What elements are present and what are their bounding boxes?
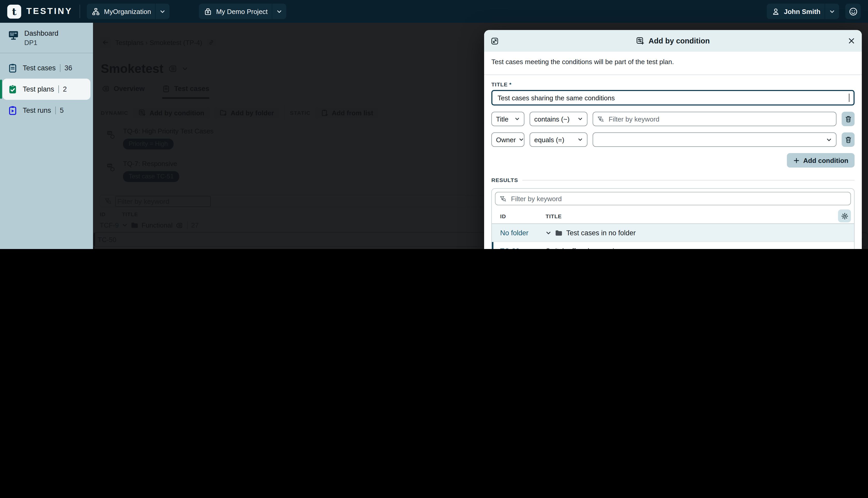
- chevron-down-icon[interactable]: [272, 4, 286, 19]
- results-row[interactable]: No folder Test cases in no folder: [492, 224, 854, 242]
- testiny-logo-icon[interactable]: t: [7, 4, 21, 18]
- plus-icon: [793, 157, 800, 164]
- divider: [484, 75, 862, 75]
- smiley-icon: [849, 7, 857, 16]
- modal-header: Add by condition: [484, 30, 862, 52]
- results-label: RESULTS: [491, 177, 518, 183]
- sidebar: Dashboard DP1 Test cases 36 Test plans 2…: [0, 23, 93, 249]
- add-by-condition-modal: Add by condition Test cases meeting the …: [484, 30, 862, 249]
- sidebar-divider: [0, 53, 93, 53]
- chevron-down-icon: [578, 116, 583, 121]
- folder-icon: [555, 229, 562, 237]
- gear-icon: [841, 212, 848, 220]
- results-row[interactable]: TC-80 Switch off and on again: [492, 242, 854, 249]
- chevron-down-icon: [515, 116, 520, 121]
- trash-icon: [844, 115, 852, 122]
- expand-icon[interactable]: [491, 37, 499, 45]
- add-condition-button[interactable]: Add condition: [787, 153, 855, 168]
- sidebar-item-label: Test runs: [23, 106, 51, 114]
- logo-letter: t: [12, 6, 16, 17]
- chevron-down-icon[interactable]: [825, 4, 839, 19]
- chevron-down-icon: [578, 137, 583, 142]
- sidebar-item-dashboard[interactable]: Dashboard DP1: [0, 23, 93, 52]
- dashboard-label: Dashboard: [24, 29, 58, 37]
- filter-icon: [597, 116, 604, 122]
- sidebar-item-test-runs[interactable]: Test runs 5: [0, 100, 93, 121]
- chevron-down-icon[interactable]: [546, 230, 551, 236]
- dashboard-code: DP1: [24, 39, 58, 47]
- results-filter-input[interactable]: [495, 192, 851, 205]
- text-caret: [849, 94, 850, 102]
- sidebar-item-count: 5: [55, 106, 64, 114]
- condition-value-select[interactable]: [593, 132, 837, 147]
- sidebar-item-label: Test cases: [23, 64, 56, 72]
- modal-title: Add by condition: [484, 37, 862, 45]
- app: t TESTINY MyOrganization My Demo Project…: [0, 0, 868, 249]
- condition-operator-select[interactable]: contains (~): [530, 112, 587, 126]
- modal-intro-text: Test cases meeting the conditions will b…: [491, 58, 855, 66]
- sidebar-item-test-cases[interactable]: Test cases 36: [0, 57, 93, 79]
- user-menu[interactable]: John Smith: [767, 4, 839, 19]
- condition-icon: [636, 37, 645, 45]
- results-panel: ID TITLE No folder Test cases in no fold…: [491, 188, 855, 249]
- sidebar-item-test-plans[interactable]: Test plans 2: [3, 79, 91, 100]
- top-bar: t TESTINY MyOrganization My Demo Project…: [0, 0, 868, 23]
- user-icon: [772, 8, 779, 15]
- condition-row: Title contains (~): [491, 112, 855, 126]
- dashboard-icon: [8, 29, 19, 41]
- feedback-button[interactable]: [845, 4, 861, 19]
- column-id[interactable]: ID: [500, 213, 546, 219]
- modal-body: Test cases meeting the conditions will b…: [484, 52, 862, 249]
- delete-condition-button[interactable]: [842, 112, 855, 126]
- test-plans-icon: [8, 84, 17, 94]
- chevron-down-icon: [826, 137, 832, 143]
- results-section-header: RESULTS: [491, 177, 855, 183]
- column-title[interactable]: TITLE: [546, 213, 561, 219]
- test-cases-icon: [8, 63, 17, 73]
- condition-field-select[interactable]: Title: [491, 112, 525, 126]
- required-mark: *: [509, 81, 512, 88]
- chevron-down-icon[interactable]: [155, 4, 170, 19]
- table-settings-button[interactable]: [838, 209, 851, 222]
- organization-select[interactable]: MyOrganization: [87, 4, 170, 19]
- title-field-label: TITLE*: [491, 81, 855, 88]
- sidebar-item-label: Test plans: [23, 85, 54, 93]
- trash-icon: [844, 136, 852, 143]
- organization-icon: [92, 8, 100, 15]
- logo-wordmark: TESTINY: [26, 6, 72, 16]
- user-name: John Smith: [784, 8, 820, 15]
- delete-condition-button[interactable]: [842, 132, 855, 147]
- sidebar-item-count: 2: [58, 85, 67, 93]
- test-runs-icon: [8, 105, 17, 115]
- project-icon: [204, 8, 212, 15]
- project-select[interactable]: My Demo Project: [199, 4, 286, 19]
- condition-field-select[interactable]: Owner: [491, 132, 525, 147]
- results-table-header: ID TITLE: [492, 208, 854, 224]
- title-input[interactable]: [497, 93, 849, 102]
- divider: [522, 180, 855, 180]
- topbar-divider: [80, 5, 80, 18]
- organization-label: MyOrganization: [104, 8, 151, 15]
- title-field[interactable]: [491, 90, 855, 105]
- condition-value-input[interactable]: [593, 112, 837, 126]
- condition-row: Owner equals (=): [491, 132, 855, 147]
- filter-icon: [500, 195, 506, 202]
- condition-operator-select[interactable]: equals (=): [530, 132, 587, 147]
- sidebar-item-count: 36: [60, 64, 72, 72]
- project-label: My Demo Project: [216, 8, 268, 15]
- close-icon[interactable]: [848, 37, 855, 44]
- chevron-down-icon: [519, 137, 524, 142]
